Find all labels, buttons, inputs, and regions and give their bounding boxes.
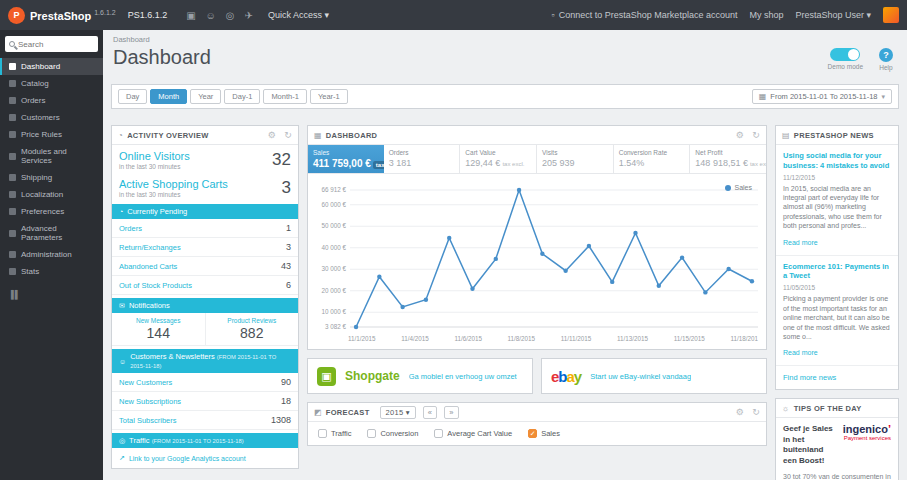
sidebar-item-localization[interactable]: Localization <box>0 186 103 203</box>
forecast-next-button[interactable]: » <box>444 406 458 419</box>
gear-icon[interactable]: ⚙ <box>736 407 744 417</box>
link-icon: ↗ <box>119 454 125 462</box>
pending-orders-row[interactable]: Orders1 <box>112 219 298 238</box>
user-menu[interactable]: PrestaShop User ▾ <box>795 10 871 20</box>
dashboard-panel-header: ▦ DASHBOARD ⚙ ↻ <box>308 126 766 145</box>
kpi-row: Sales 411 759,00 €tax excl. Orders 3 181… <box>308 145 766 174</box>
forecast-prev-button[interactable]: « <box>423 406 437 419</box>
kpi-conversion-rate[interactable]: Conversion Rate 1.54% <box>614 145 691 173</box>
y-tick-label: 66 912 € <box>321 186 346 193</box>
filter-year-1-button[interactable]: Year-1 <box>310 89 348 104</box>
online-visitors-stat[interactable]: Online Visitors in the last 30 minutes 3… <box>112 145 298 173</box>
customers-icon <box>9 114 16 121</box>
kpi-cart-value[interactable]: Cart Value 129,44 €tax excl. <box>460 145 537 173</box>
product-reviews-cell[interactable]: Product Reviews 882 <box>205 313 299 345</box>
my-shop-link[interactable]: My shop <box>749 10 783 20</box>
kpi-sales[interactable]: Sales 411 759,00 €tax excl. <box>308 145 384 173</box>
forecast-legend: Traffic Conversion Average Cart Value ✓S… <box>308 422 766 445</box>
sidebar-item-orders[interactable]: Orders <box>0 92 103 109</box>
filter-day-1-button[interactable]: Day-1 <box>224 89 260 104</box>
out-of-stock-row[interactable]: Out of Stock Products6 <box>112 276 298 295</box>
sidebar-item-shipping[interactable]: Shipping <box>0 169 103 186</box>
refresh-icon[interactable]: ↻ <box>752 407 760 417</box>
forecast-traffic-checkbox[interactable]: Traffic <box>318 429 351 438</box>
y-tick-label: 40 000 € <box>321 244 346 251</box>
sidebar-item-stats[interactable]: Stats <box>0 263 103 280</box>
shopgate-link[interactable]: Ga mobiel en verhoog uw omzet <box>409 372 517 381</box>
forecast-conversion-checkbox[interactable]: Conversion <box>367 429 418 438</box>
read-more-link[interactable]: Read more <box>783 349 818 356</box>
sidebar-item-dashboard[interactable]: Dashboard <box>0 58 103 75</box>
active-carts-stat[interactable]: Active Shopping Carts in the last 30 min… <box>112 173 298 201</box>
sidebar-item-modules[interactable]: Modules and Services <box>0 143 103 169</box>
new-customers-row[interactable]: New Customers90 <box>112 373 298 392</box>
new-messages-cell[interactable]: New Messages 144 <box>112 313 205 345</box>
module-promos: ▣ Shopgate Ga mobiel en verhoog uw omzet… <box>307 358 767 394</box>
sales-series-dot <box>725 185 731 191</box>
collapse-sidebar-button[interactable]: ▐▌ <box>0 280 103 309</box>
sidebar-item-preferences[interactable]: Preferences <box>0 203 103 220</box>
sales-chart: 66 912 €60 000 €50 000 €40 000 €30 000 €… <box>308 174 766 332</box>
tips-body: Geef je Sales in het buitenland een Boos… <box>776 418 898 480</box>
new-subscriptions-row[interactable]: New Subscriptions18 <box>112 392 298 411</box>
preferences-icon <box>9 208 16 215</box>
help-icon[interactable]: ? <box>879 48 893 62</box>
refresh-icon[interactable]: ↻ <box>752 130 760 140</box>
date-range-picker[interactable]: ▦ From 2015-11-01 To 2015-11-18 ▾ <box>752 89 892 104</box>
tips-headline: Geef je Sales in het buitenland een Boos… <box>783 424 837 466</box>
search-icon <box>9 41 15 47</box>
gear-icon[interactable]: ⚙ <box>268 130 276 140</box>
sidebar-item-advanced-parameters[interactable]: Advanced Parameters <box>0 220 103 246</box>
sidebar-item-price-rules[interactable]: Price Rules <box>0 126 103 143</box>
lifering-icon[interactable]: ◎ <box>226 10 235 21</box>
total-subscribers-row[interactable]: Total Subscribers1308 <box>112 411 298 430</box>
help-label: Help <box>879 64 893 71</box>
page-title: Dashboard <box>113 46 211 69</box>
cart-icon[interactable]: ▣ <box>186 10 195 21</box>
kpi-net-profit[interactable]: Net Profit 148 918,51 €tax excl. <box>690 145 766 173</box>
profile-icon[interactable]: ☺ <box>206 10 216 21</box>
user-avatar[interactable] <box>883 7 899 23</box>
tips-header: ☼ TIPS OF THE DAY <box>776 399 898 418</box>
refresh-icon[interactable]: ↻ <box>284 130 292 140</box>
forecast-avg-cart-checkbox[interactable]: Average Cart Value <box>434 429 512 438</box>
news-item-title[interactable]: Ecommerce 101: Payments in a Tweet <box>783 262 891 282</box>
ebay-logo: ebay <box>551 368 581 385</box>
sidebar-item-administration[interactable]: Administration <box>0 246 103 263</box>
activity-overview-header: ◔ ACTIVITY OVERVIEW ⚙ ↻ <box>112 126 298 145</box>
catalog-icon <box>9 80 16 87</box>
search-input[interactable] <box>18 40 94 49</box>
prestashop-logo-icon[interactable]: P <box>8 7 25 24</box>
filter-year-button[interactable]: Year <box>190 89 221 104</box>
shop-name-link[interactable]: PS1.6.1.2 <box>128 10 168 20</box>
filter-month-1-button[interactable]: Month-1 <box>263 89 307 104</box>
help-control: ? Help <box>879 48 893 71</box>
pending-returns-row[interactable]: Return/Exchanges3 <box>112 238 298 257</box>
news-item-title[interactable]: Using social media for your business: 4 … <box>783 151 891 171</box>
y-tick-label: 50 000 € <box>321 222 346 229</box>
marketplace-link[interactable]: ▫Connect to PrestaShop Marketplace accou… <box>552 10 738 20</box>
forecast-icon: ◩ <box>314 408 322 417</box>
ebay-promo: ebay Start uw eBay-winkel vandaag <box>541 358 767 394</box>
kpi-visits[interactable]: Visits 205 939 <box>537 145 614 173</box>
sidebar-item-customers[interactable]: Customers <box>0 109 103 126</box>
google-analytics-link[interactable]: ↗ Link to your Google Analytics account <box>112 448 298 468</box>
forecast-year-select[interactable]: 2015 ▾ <box>380 406 416 419</box>
quick-access-menu[interactable]: Quick Access ▾ <box>268 10 329 20</box>
rocket-icon[interactable]: ✈ <box>245 10 253 21</box>
ebay-link[interactable]: Start uw eBay-winkel vandaag <box>590 372 691 381</box>
abandoned-carts-row[interactable]: Abandoned Carts43 <box>112 257 298 276</box>
sales-chart-svg <box>350 182 758 332</box>
forecast-sales-checkbox[interactable]: ✓Sales <box>528 429 560 438</box>
sidebar-item-catalog[interactable]: Catalog <box>0 75 103 92</box>
kpi-orders[interactable]: Orders 3 181 <box>384 145 461 173</box>
shopgate-logo-icon: ▣ <box>317 367 336 386</box>
filter-month-button[interactable]: Month <box>150 89 187 104</box>
shopgate-promo: ▣ Shopgate Ga mobiel en verhoog uw omzet <box>307 358 533 394</box>
filter-day-button[interactable]: Day <box>118 89 147 104</box>
gear-icon[interactable]: ⚙ <box>736 130 744 140</box>
read-more-link[interactable]: Read more <box>783 239 818 246</box>
demo-mode-toggle[interactable] <box>830 48 860 61</box>
localization-icon <box>9 191 16 198</box>
find-more-news-link[interactable]: Find more news <box>776 366 898 389</box>
